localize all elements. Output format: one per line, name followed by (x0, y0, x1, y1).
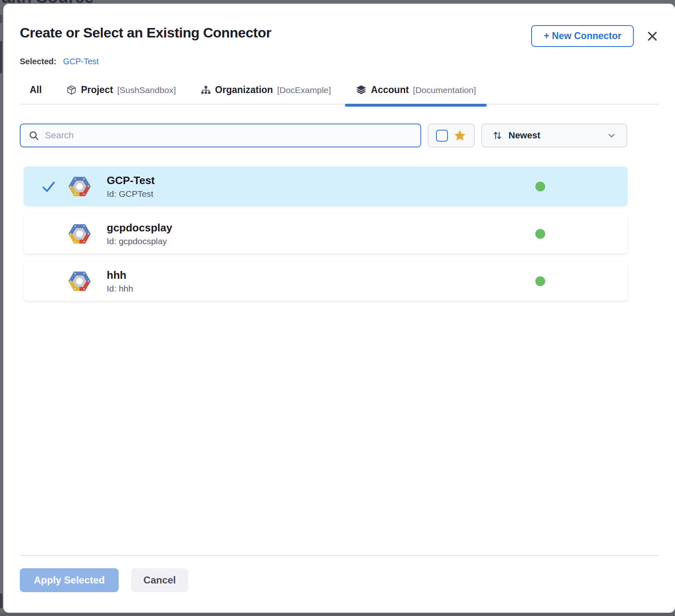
layers-icon (356, 84, 367, 96)
scope-tabs: All Project [SushSandbox] (20, 84, 659, 105)
list-controls: Newest (20, 124, 659, 147)
connector-list: GCP-Test Id: GCPTest (20, 166, 659, 308)
connector-row-gcp-test[interactable]: GCP-Test Id: GCPTest (23, 166, 628, 206)
tab-organization-label: Organization (215, 84, 273, 96)
status-dot (535, 182, 545, 191)
sort-arrows-icon (492, 130, 503, 141)
backdrop-artifact (0, 41, 2, 73)
sort-dropdown[interactable]: Newest (481, 124, 627, 147)
cancel-button[interactable]: Cancel (131, 568, 188, 592)
tab-organization[interactable]: Organization [DocExample] (201, 84, 331, 96)
connector-name: GCP-Test (107, 174, 155, 187)
connector-id: Id: hhh (107, 284, 133, 294)
connector-id: Id: gcpdocsplay (107, 236, 172, 246)
connector-info: hhh Id: hhh (107, 269, 133, 294)
tab-project[interactable]: Project [SushSandbox] (66, 84, 176, 96)
dialog-header: Create or Select an Existing Connector +… (20, 24, 659, 47)
search-icon (29, 131, 39, 141)
backdrop-bottom-band (0, 613, 675, 616)
backdrop-artifact (0, 593, 2, 608)
tab-organization-context: [DocExample] (277, 85, 331, 95)
dialog-title: Create or Select an Existing Connector (20, 24, 531, 41)
connector-row-gcpdocsplay[interactable]: gcpdocsplay Id: gcpdocsplay (23, 214, 628, 254)
favorites-filter (428, 124, 475, 147)
backdrop-artifact (0, 15, 2, 23)
connector-row-hhh[interactable]: hhh Id: hhh (23, 261, 628, 301)
gcp-logo-icon (67, 222, 92, 246)
close-button[interactable] (646, 30, 659, 42)
selected-connector-row: Selected: GCP-Test (20, 57, 659, 66)
tab-all[interactable]: All (30, 84, 42, 96)
chevron-down-icon (607, 131, 616, 140)
apply-selected-button[interactable]: Apply Selected (20, 568, 119, 592)
org-chart-icon (201, 85, 211, 95)
selected-label: Selected: (20, 57, 56, 66)
connector-name: gcpdocsplay (107, 222, 172, 234)
tab-account[interactable]: Account [Documentation] (356, 84, 476, 96)
gcp-logo-icon (67, 269, 92, 294)
tab-account-label: Account (371, 84, 409, 96)
status-dot (535, 229, 545, 239)
close-icon (647, 30, 658, 42)
new-connector-button[interactable]: + New Connector (531, 25, 634, 47)
tab-all-label: All (30, 84, 42, 96)
tab-project-context: [SushSandbox] (117, 85, 176, 95)
connector-info: GCP-Test Id: GCPTest (107, 174, 155, 199)
connector-name: hhh (107, 269, 133, 282)
sort-selected-option: Newest (509, 130, 601, 141)
checkmark-icon (42, 180, 56, 194)
selected-connector-link[interactable]: GCP-Test (63, 57, 99, 66)
tab-account-context: [Documentation] (413, 85, 476, 95)
connector-info: gcpdocsplay Id: gcpdocsplay (107, 222, 172, 246)
tab-project-label: Project (81, 84, 113, 96)
favorites-checkbox[interactable] (436, 130, 448, 142)
connector-select-dialog: Create or Select an Existing Connector +… (3, 4, 675, 613)
search-box (20, 124, 421, 147)
dialog-footer: Apply Selected Cancel (20, 555, 659, 592)
search-input[interactable] (45, 130, 412, 141)
star-icon (453, 129, 466, 142)
gcp-logo-icon (67, 174, 92, 199)
connector-id: Id: GCPTest (107, 189, 155, 199)
status-dot (535, 276, 545, 286)
cube-icon (66, 85, 77, 95)
